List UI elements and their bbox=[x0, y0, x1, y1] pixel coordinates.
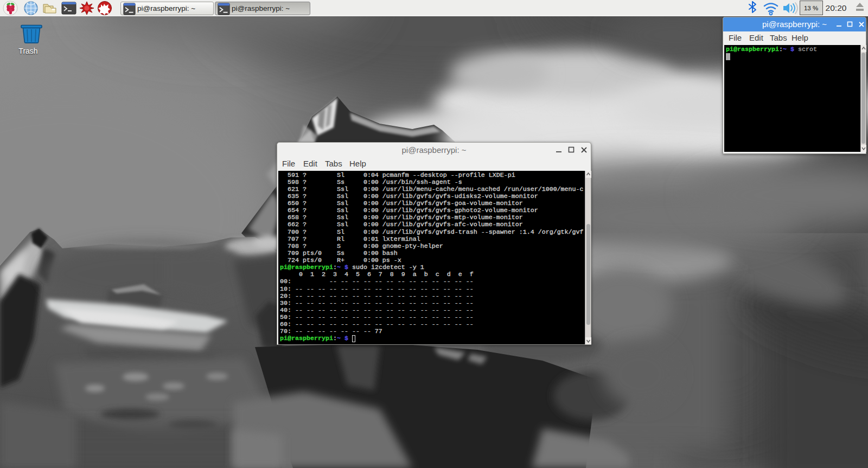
svg-text:13 %: 13 % bbox=[804, 5, 818, 11]
svg-text:20:20: 20:20 bbox=[826, 3, 847, 12]
